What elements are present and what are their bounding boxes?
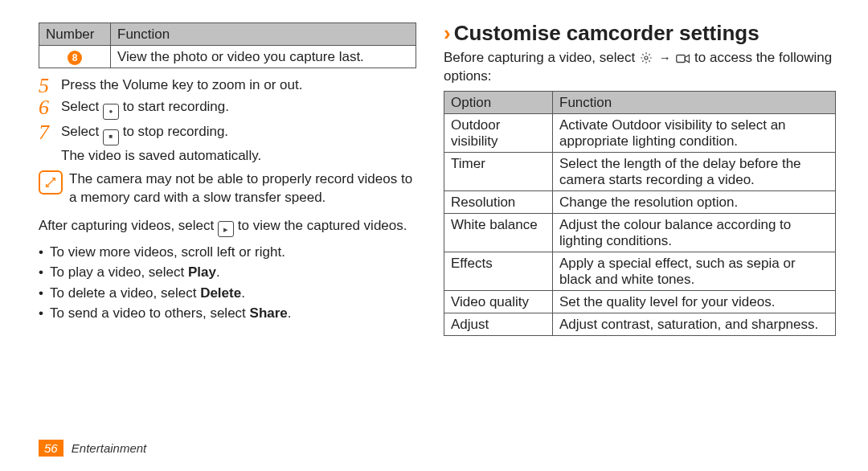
cell-function: Activate Outdoor visibility to select an…: [553, 113, 836, 152]
list-item: To play a video, select Play.: [39, 262, 416, 283]
record-button-icon: [103, 104, 119, 120]
step-7: 7 Select to stop recording. The video is…: [39, 123, 416, 165]
cell-option: Outdoor visibility: [444, 113, 553, 152]
delete-label: Delete: [200, 285, 241, 301]
list-item: To send a video to others, select Share.: [39, 303, 416, 324]
cell-function: Select the length of the delay before th…: [553, 152, 836, 190]
step-subtext: The video is saved automatically.: [61, 147, 416, 166]
cell-option: Effects: [444, 252, 553, 290]
after-text-a: After capturing videos, select: [39, 218, 214, 233]
footer-section: Entertainment: [72, 441, 146, 455]
cell-function: View the photo or video you capture last…: [111, 46, 416, 68]
cell-function: Apply a special effect, such as sepia or…: [553, 252, 836, 290]
share-label: Share: [250, 305, 288, 321]
after-text-b: to view the captured videos.: [238, 218, 407, 233]
list-item: To view more videos, scroll left or righ…: [39, 242, 416, 263]
svg-rect-1: [677, 55, 686, 63]
table-row: AdjustAdjust contrast, saturation, and s…: [444, 313, 836, 335]
page-footer: 56 Entertainment: [39, 440, 146, 457]
text: To play a video, select: [50, 264, 188, 280]
svg-point-0: [645, 56, 648, 59]
step-text-a: Select: [61, 99, 99, 114]
table-row: EffectsApply a special effect, such as s…: [444, 252, 836, 290]
table-row: 8 View the photo or video you capture la…: [39, 46, 416, 68]
right-column: ›Customise camcorder settings Before cap…: [444, 21, 836, 471]
tips-list: To view more videos, scroll left or righ…: [39, 242, 416, 324]
intro-a: Before capturing a video, select: [444, 50, 635, 65]
text: To delete a video, select: [50, 285, 200, 301]
table-row: ResolutionChange the resolution option.: [444, 190, 836, 213]
step-number: 7: [39, 118, 49, 146]
step-text-b: to stop recording.: [123, 124, 228, 139]
note-icon: [39, 170, 63, 195]
badge-8-icon: 8: [68, 51, 82, 65]
step-number: 6: [39, 93, 49, 121]
cell-option: Adjust: [444, 313, 553, 335]
step-6: 6 Select to start recording.: [39, 98, 416, 120]
th-function: Function: [111, 23, 416, 46]
stop-button-icon: [103, 129, 119, 145]
cell-function: Set the quality level for your videos.: [553, 290, 836, 313]
cell-option: Resolution: [444, 190, 553, 213]
cell-function: Change the resolution option.: [553, 190, 836, 213]
gear-icon: [639, 51, 653, 65]
step-text: Press the Volume key to zoom in or out.: [61, 77, 302, 92]
cell-option: Video quality: [444, 290, 553, 313]
chevron-right-icon: ›: [444, 21, 454, 45]
text: .: [216, 264, 220, 280]
table-row: White balanceAdjust the colour balance a…: [444, 213, 836, 252]
text: .: [288, 305, 292, 321]
text: .: [241, 285, 245, 301]
cell-function: Adjust the colour balance according to l…: [553, 213, 836, 252]
play-label: Play: [188, 264, 216, 280]
step-text-a: Select: [61, 124, 99, 139]
th-function: Function: [553, 91, 836, 113]
cell-option: White balance: [444, 213, 553, 252]
step-text-b: to start recording.: [123, 99, 229, 114]
options-table: Option Function Outdoor visibilityActiva…: [444, 91, 836, 336]
list-item: To delete a video, select Delete.: [39, 283, 416, 304]
text: To send a video to others, select: [50, 305, 250, 321]
table-row: TimerSelect the length of the delay befo…: [444, 152, 836, 190]
cell-option: Timer: [444, 152, 553, 190]
icon-function-table: Number Function 8 View the photo or vide…: [39, 23, 416, 68]
table-row: Outdoor visibilityActivate Outdoor visib…: [444, 113, 836, 152]
cell-function: Adjust contrast, saturation, and sharpne…: [553, 313, 836, 335]
section-heading: ›Customise camcorder settings: [444, 21, 836, 46]
page-number: 56: [39, 440, 63, 457]
intro-text: Before capturing a video, select → to ac…: [444, 49, 836, 86]
note-block: The camera may not be able to properly r…: [39, 170, 416, 207]
step-5: 5 Press the Volume key to zoom in or out…: [39, 76, 416, 95]
heading-text: Customise camcorder settings: [454, 21, 760, 45]
arrow-right-icon: →: [657, 51, 673, 64]
play-button-icon: [218, 221, 234, 237]
th-number: Number: [39, 23, 111, 46]
note-text: The camera may not be able to properly r…: [69, 170, 416, 207]
camcorder-icon: [676, 51, 690, 66]
table-row: Video qualitySet the quality level for y…: [444, 290, 836, 313]
steps-list: 5 Press the Volume key to zoom in or out…: [39, 76, 416, 166]
left-column: Number Function 8 View the photo or vide…: [39, 21, 416, 471]
after-capture-text: After capturing videos, select to view t…: [39, 217, 416, 237]
th-option: Option: [444, 91, 553, 113]
